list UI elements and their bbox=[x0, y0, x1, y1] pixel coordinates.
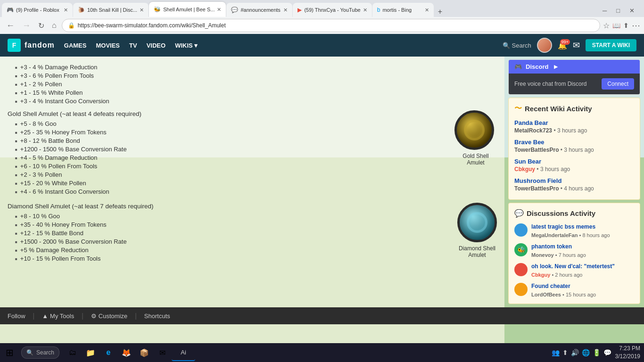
disc-link-0[interactable]: latest tragic bss memes bbox=[531, 223, 610, 230]
nav-wikis[interactable]: WIKIS ▾ bbox=[175, 42, 198, 49]
wiki-meta-mushroom: TowerBattlesPro • 4 hours ago bbox=[514, 185, 594, 192]
search-button[interactable]: 🔍 Search bbox=[503, 42, 531, 49]
taskbar-app-edge[interactable]: e bbox=[100, 344, 117, 361]
discord-panel: 🎮 Discord ▶ Free voice chat from Discord… bbox=[508, 59, 640, 95]
tab-roblox-close[interactable]: ✕ bbox=[64, 7, 68, 13]
prev-stats-list: ■ +3 - 4 % Damage Reduction ■ +3 - 6 % P… bbox=[15, 64, 497, 105]
forward-button[interactable]: → bbox=[20, 20, 33, 32]
gold-stat-0: ■+5 - 8 % Goo bbox=[15, 120, 447, 127]
page-container: F fandom GAMES MOVIES TV VIDEO WIKIS ▾ 🔍… bbox=[0, 34, 644, 343]
my-tools-button[interactable]: ▲ My Tools bbox=[42, 313, 74, 320]
disc-avatar-2 bbox=[514, 263, 528, 276]
tab-bar: 🎮 (9) Profile - Roblox ✕ 🐌 10th Snail Ki… bbox=[0, 0, 644, 17]
disc-content-0: latest tragic bss memes MegaUndertaleFan… bbox=[531, 223, 610, 239]
taskbar-app-explorer[interactable]: 📁 bbox=[82, 344, 99, 361]
taskbar-app-cortana[interactable]: 🗂 bbox=[64, 344, 81, 361]
fandom-nav: GAMES MOVIES TV VIDEO WIKIS ▾ bbox=[64, 42, 198, 49]
nav-movies[interactable]: MOVIES bbox=[96, 42, 120, 49]
follow-button[interactable]: Follow bbox=[8, 313, 25, 320]
avatar-container[interactable] bbox=[537, 38, 552, 53]
gold-stat-1: ■+25 - 35 % Honey From Tokens bbox=[15, 129, 447, 136]
wiki-link-sun-bear[interactable]: Sun Bear bbox=[514, 158, 634, 165]
taskbar-app-mail[interactable]: ✉ bbox=[154, 344, 171, 361]
message-button[interactable]: ✉ bbox=[573, 40, 580, 50]
url-bar[interactable]: 🔒 https://bee-swarm-simulator.fandom.com… bbox=[62, 19, 600, 32]
wiki-link-mushroom[interactable]: Mushroom Field bbox=[514, 177, 634, 184]
tab-mortis-bing[interactable]: b mortis - Bing ✕ bbox=[372, 3, 434, 17]
avatar bbox=[537, 38, 552, 53]
tab-youtube-title: (59) ThnxCya - YouTube bbox=[304, 7, 360, 13]
new-tab-button[interactable]: + bbox=[434, 8, 446, 16]
tray-icon-4[interactable]: 🌐 bbox=[582, 349, 590, 356]
tab-shell-close[interactable]: ✕ bbox=[217, 7, 221, 13]
diamond-section: Diamond ShellAmulet Diamond Shell Amulet… bbox=[8, 203, 497, 262]
nav-games[interactable]: GAMES bbox=[64, 42, 87, 49]
more-button[interactable]: ⋯ bbox=[632, 20, 640, 31]
disc-link-1[interactable]: phantom token bbox=[531, 243, 586, 250]
customize-button[interactable]: ⚙ Customize bbox=[91, 313, 127, 320]
taskbar: ⊞ 🔍 Search 🗂 📁 e 🦊 📦 ✉ Ai 👥 ⬆ 🔊 🌐 🔋 💬 7:… bbox=[0, 343, 644, 362]
taskbar-search[interactable]: 🔍 Search bbox=[21, 346, 59, 359]
tab-snail[interactable]: 🐌 10th Snail Kill | Disc... ✕ bbox=[73, 3, 149, 17]
reader-button[interactable]: 📖 bbox=[612, 22, 620, 29]
wiki-meta-brave-bee: TowerBattlesPro • 3 hours ago bbox=[514, 147, 594, 153]
disc-item-2: oh look. New d'cal: "metertest" Cbkguy •… bbox=[514, 263, 634, 278]
tray-icon-5[interactable]: 🔋 bbox=[593, 349, 601, 356]
bookmark-button[interactable]: ☆ bbox=[603, 21, 610, 30]
tab-mortis-close[interactable]: ✕ bbox=[425, 7, 429, 13]
tray-icon-2[interactable]: ⬆ bbox=[562, 349, 568, 356]
disc-link-3[interactable]: Found cheater bbox=[531, 283, 596, 289]
discord-connect-button[interactable]: Connect bbox=[602, 78, 634, 90]
diamond-stat-5: ■+10 - 15 % Pollen From Tools bbox=[15, 255, 450, 262]
discord-body-text: Free voice chat from Discord bbox=[514, 81, 586, 87]
start-wiki-button[interactable]: START A WIKI bbox=[586, 39, 636, 51]
tab-roblox[interactable]: 🎮 (9) Profile - Roblox ✕ bbox=[2, 3, 73, 17]
tray-icon-3[interactable]: 🔊 bbox=[571, 349, 579, 356]
disc-content-3: Found cheater LordOfBees • 15 hours ago bbox=[531, 283, 596, 298]
tray-icon-6[interactable]: 💬 bbox=[603, 349, 611, 356]
discord-header: 🎮 Discord ▶ bbox=[509, 60, 640, 74]
taskbar-app-ai[interactable]: Ai bbox=[172, 344, 195, 361]
notification-button[interactable]: 🔔 99+ bbox=[558, 41, 567, 50]
disc-item-0: latest tragic bss memes MegaUndertaleFan… bbox=[514, 223, 634, 239]
window-minimize[interactable]: ─ bbox=[599, 6, 611, 15]
shortcuts-button[interactable]: Shortcuts bbox=[144, 313, 170, 320]
diamond-amulet-container: Diamond ShellAmulet bbox=[457, 203, 497, 258]
back-button[interactable]: ← bbox=[4, 20, 17, 32]
taskbar-clock[interactable]: 7:23 PM 3/12/2019 bbox=[615, 345, 640, 361]
start-button[interactable]: ⊞ bbox=[0, 347, 19, 358]
tray-icon-1[interactable]: 👥 bbox=[552, 349, 560, 356]
gold-stat-3: ■+1200 - 1500 % Base Conversion Rate bbox=[15, 146, 447, 153]
disc-item-1: 🐝 phantom token Monevoy • 7 hours ago bbox=[514, 243, 634, 258]
home-button[interactable]: ⌂ bbox=[50, 20, 59, 31]
tab-snail-close[interactable]: ✕ bbox=[140, 7, 144, 13]
fandom-logo[interactable]: F fandom bbox=[8, 39, 55, 52]
window-maximize[interactable]: □ bbox=[612, 6, 624, 15]
tab-shell-amulet[interactable]: 🐝 Shell Amulet | Bee S... ✕ bbox=[149, 2, 226, 17]
share-button[interactable]: ⬆ bbox=[623, 22, 629, 29]
disc-avatar-0 bbox=[514, 223, 528, 237]
discord-body: Free voice chat from Discord Connect bbox=[509, 74, 640, 94]
refresh-button[interactable]: ↻ bbox=[36, 20, 47, 31]
taskbar-app-firefox[interactable]: 🦊 bbox=[118, 344, 135, 361]
tab-youtube-close[interactable]: ✕ bbox=[363, 7, 367, 13]
window-close[interactable]: ✕ bbox=[626, 6, 638, 15]
tab-announcements-close[interactable]: ✕ bbox=[283, 7, 288, 13]
wiki-link-brave-bee[interactable]: Brave Bee bbox=[514, 139, 634, 146]
diamond-stat-1: ■+35 - 40 % Honey From Tokens bbox=[15, 221, 450, 228]
nav-tv[interactable]: TV bbox=[129, 42, 137, 49]
tab-announcements[interactable]: 💬 #announcements ✕ bbox=[226, 3, 292, 17]
gold-stat-5: ■+6 - 10 % Pollen From Tools bbox=[15, 163, 447, 170]
wiki-link-panda[interactable]: Panda Bear bbox=[514, 119, 634, 126]
gold-stat-4: ■+4 - 5 % Damage Reduction bbox=[15, 154, 447, 161]
gold-amulet-container: Gold Shell Amulet bbox=[454, 110, 497, 166]
disc-meta-2: Cbkguy • 2 hours ago bbox=[531, 272, 582, 278]
prev-stat-2: ■ +3 - 6 % Pollen From Tools bbox=[15, 72, 497, 79]
tab-youtube[interactable]: ▶ (59) ThnxCya - YouTube ✕ bbox=[293, 3, 372, 17]
fandom-logo-text: fandom bbox=[25, 41, 55, 49]
gold-amulet-image bbox=[454, 110, 494, 150]
system-tray: 👥 ⬆ 🔊 🌐 🔋 💬 bbox=[552, 349, 611, 356]
nav-video[interactable]: VIDEO bbox=[147, 42, 165, 49]
taskbar-app-store[interactable]: 📦 bbox=[136, 344, 153, 361]
disc-link-2[interactable]: oh look. New d'cal: "metertest" bbox=[531, 263, 615, 270]
